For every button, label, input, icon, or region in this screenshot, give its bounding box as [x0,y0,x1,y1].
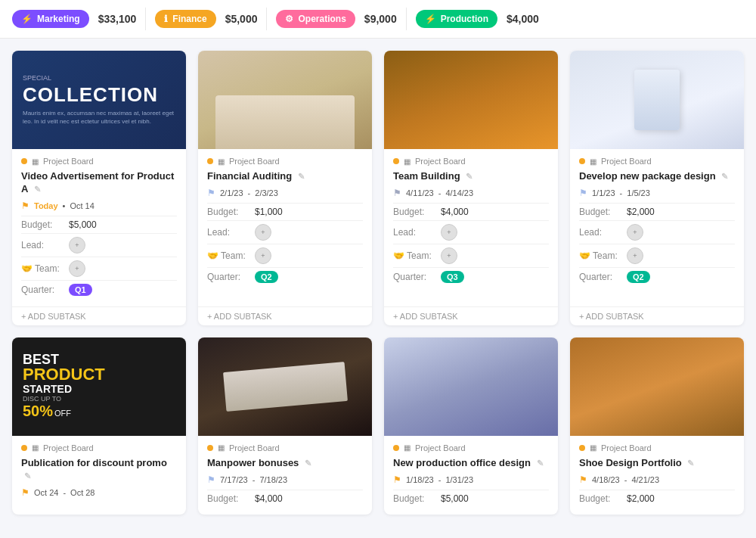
lead-row-4: Lead: + [579,220,735,244]
card-image-handshake [198,337,372,436]
board-icon-6: ▦ [218,443,225,452]
flag-icon-1: ⚑ [21,201,29,211]
marketing-amount: $33,100 [98,13,137,25]
date-sep-7: - [438,475,442,484]
product-off: OFF [54,409,71,418]
lead-label-3: Lead: [393,227,435,238]
card-title-8: Shoe Design Portfolio ✎ [579,457,735,470]
date-start-4: 1/1/23 [592,188,615,197]
date-start-1: Today [34,201,58,210]
date-sep-8: - [624,475,627,484]
add-subtask-3[interactable]: + ADD SUBTASK [384,306,558,325]
team-avatar-1[interactable]: + [69,260,85,277]
card-body-4: ▦ Project Board Develop new package desi… [570,149,744,306]
card-shoe-design: ▦ Project Board Shoe Design Portfolio ✎ … [570,337,744,515]
sketch-image [570,337,744,436]
card-manpower-bonuses: ▦ Project Board Manpower bonuses ✎ ⚑ 7/1… [198,337,372,515]
budget-row-1: Budget: $5,000 [21,216,177,233]
team-avatar-4[interactable]: + [627,247,643,264]
budget-row-3: Budget: $4,000 [393,203,549,220]
title-text-4: Develop new package design [579,170,716,182]
meta-label-3: Project Board [415,157,466,166]
team-row-1: 🤝 Team: + [21,257,177,280]
edit-icon-1[interactable]: ✎ [34,185,41,194]
add-subtask-2[interactable]: + ADD SUBTASK [198,306,372,325]
meta-label-8: Project Board [601,443,652,452]
add-subtask-1[interactable]: + ADD SUBTASK [12,306,186,325]
card-body-5: ▦ Project Board Publication for discount… [12,436,186,515]
edit-icon-2[interactable]: ✎ [298,172,305,181]
lead-avatar-4[interactable]: + [627,224,643,241]
team-avatar-3[interactable]: + [441,247,457,264]
lead-row-1: Lead: + [21,233,177,257]
edit-icon-6[interactable]: ✎ [305,459,311,468]
card-meta-3: ▦ Project Board [393,157,549,166]
flag-icon-7: ⚑ [393,474,401,485]
board-icon-8: ▦ [590,443,596,452]
team-avatar-2[interactable]: + [255,247,271,264]
finance-badge[interactable]: ℹ Finance [155,10,215,28]
operations-badge[interactable]: ⚙ Operations [276,10,355,28]
edit-icon-3[interactable]: ✎ [466,172,472,181]
production-badge[interactable]: ⚡ Production [416,10,497,28]
date-end-2: 2/3/23 [255,188,278,197]
meta-label-4: Project Board [601,157,652,166]
lead-label-2: Lead: [207,227,249,238]
date-start-3: 4/11/23 [406,188,434,197]
divider-3 [406,8,407,30]
lead-avatar-1[interactable]: + [69,237,85,253]
card-meta-2: ▦ Project Board [207,157,363,166]
status-dot-7 [393,445,399,451]
title-text-1: Video Advertisement for Product A [21,170,174,194]
card-meta-6: ▦ Project Board [207,443,363,452]
team-label-1: 🤝 Team: [21,263,63,274]
add-subtask-4[interactable]: + ADD SUBTASK [570,306,744,325]
board-icon-2: ▦ [218,157,225,166]
edit-icon-7[interactable]: ✎ [537,459,544,468]
operations-dept: ⚙ Operations $9,000 [276,10,396,28]
edit-icon-8[interactable]: ✎ [687,459,694,468]
quarter-badge-2: Q2 [255,271,278,283]
date-row-5: ⚑ Oct 24 - Oct 28 [21,487,177,498]
edit-icon-5[interactable]: ✎ [24,471,31,480]
quarter-row-2: Quarter: Q2 [207,267,363,286]
marketing-dept: ⚡ Marketing $33,100 [12,10,136,28]
collection-title: COLLECTION [23,83,175,107]
card-title-3: Team Building ✎ [393,170,549,183]
edit-icon-4[interactable]: ✎ [721,172,728,181]
team-label-2: 🤝 Team: [207,250,249,261]
lead-avatar-3[interactable]: + [441,224,457,241]
product-image: BEST PRODUCT STARTED DISC UP TO 50% OFF [12,337,186,436]
date-row-1: ⚑ Today • Oct 14 [21,201,177,211]
team-label-3: 🤝 Team: [393,250,435,261]
card-body-8: ▦ Project Board Shoe Design Portfolio ✎ … [570,436,744,515]
budget-value-7: $5,000 [441,493,469,504]
flag-icon-2: ⚑ [207,188,215,198]
lead-row-2: Lead: + [207,220,363,244]
date-sep-2: - [248,188,251,197]
lead-avatar-2[interactable]: + [255,224,271,241]
board-icon-4: ▦ [590,157,596,166]
divider-1 [145,8,146,30]
card-meta-4: ▦ Project Board [579,157,735,166]
title-text-7: New production office design [393,457,531,468]
marketing-badge[interactable]: ⚡ Marketing [12,10,89,28]
date-row-6: ⚑ 7/17/23 - 7/18/23 [207,474,363,485]
quarter-label-4: Quarter: [579,272,621,282]
lead-row-3: Lead: + [393,220,549,244]
card-meta-7: ▦ Project Board [393,443,549,452]
top-bar: ⚡ Marketing $33,100 ℹ Finance $5,000 ⚙ O… [0,0,756,39]
budget-label-8: Budget: [579,493,621,504]
quarter-badge-3: Q3 [441,271,464,283]
card-video-advertisement: SPECIAL COLLECTION Mauris enim ex, accum… [12,51,186,325]
date-sep-6: - [253,475,256,484]
card-title-7: New production office design ✎ [393,457,549,470]
faucet-image [570,51,744,149]
budget-row-2: Budget: $1,000 [207,203,363,220]
status-dot-6 [207,445,213,451]
budget-value-2: $1,000 [255,207,283,217]
quarter-badge-1: Q1 [69,284,92,296]
team-label-4: 🤝 Team: [579,250,621,261]
product-started: STARTED [23,383,175,395]
card-image-product: BEST PRODUCT STARTED DISC UP TO 50% OFF [12,337,186,436]
